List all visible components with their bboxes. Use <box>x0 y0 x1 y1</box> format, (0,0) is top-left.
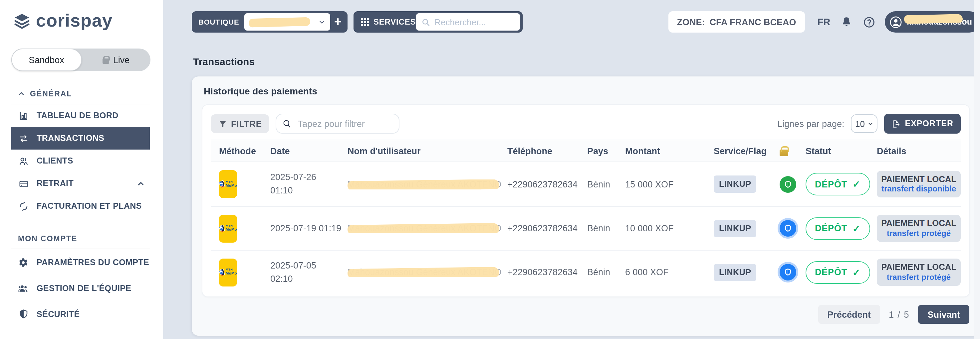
column-header-telephone[interactable]: Téléphone <box>508 146 587 156</box>
lock-icon <box>778 146 806 156</box>
details-badge[interactable]: PAIEMENT LOCALtransfert protégé <box>877 215 961 242</box>
column-header-montant[interactable]: Montant <box>625 146 714 156</box>
redacted-name-overlay <box>348 267 499 277</box>
rows-per-page-label: Lignes par page: <box>777 119 844 128</box>
status-badge[interactable]: DÉPÔT✓ <box>806 261 870 284</box>
shield-check-icon[interactable] <box>780 176 796 192</box>
app: corispay Sandbox Live GÉNÉRAL TABLEA <box>0 0 980 339</box>
search-icon <box>421 17 430 26</box>
sidebar-item-facturation-et-plans[interactable]: FACTURATION ET PLANS <box>11 195 150 217</box>
service-badge: LINKUP <box>714 176 757 193</box>
redacted-user-name <box>904 14 963 24</box>
section-label-general: GÉNÉRAL <box>30 90 72 98</box>
transactions-table-panel: FILTRE Lignes par page: 10 <box>202 105 969 296</box>
export-button[interactable]: EXPORTER <box>884 114 961 134</box>
sidebar-item-parametres-du-compte[interactable]: PARAMÈTRES DU COMPTE <box>11 249 150 275</box>
transaction-user-name: Mahouazonssou Généreux AKOTENOU <box>348 267 502 277</box>
table-toolbar: FILTRE Lignes par page: 10 <box>211 114 961 134</box>
user-menu[interactable]: Mahouazonssou <box>885 11 980 33</box>
live-toggle-option[interactable]: Live <box>81 49 151 71</box>
sidebar-item-securite[interactable]: SÉCURITÉ <box>11 301 150 327</box>
zone-value: CFA FRANC BCEAO <box>710 17 796 27</box>
column-header-date[interactable]: Date <box>270 146 348 156</box>
momo-phone-icon <box>219 178 225 190</box>
column-header-methode[interactable]: Méthode <box>219 146 270 156</box>
transaction-phone: +2290623782634 <box>508 179 587 189</box>
language-selector[interactable]: FR <box>817 17 830 27</box>
service-badge: LINKUP <box>714 220 757 237</box>
mtn-momo-logo: MTNMoMo <box>219 170 237 198</box>
funnel-icon <box>218 119 227 128</box>
chevron-up-icon[interactable] <box>137 180 150 187</box>
column-header-service-flag[interactable]: Service/Flag <box>714 146 778 156</box>
transaction-date: 2025-07-0502:10 <box>270 259 348 285</box>
table-row[interactable]: MTNMoMo 2025-07-19 01:19 Mahouazonssou G… <box>211 206 961 250</box>
notifications-button[interactable] <box>840 16 853 28</box>
sidebar-item-clients[interactable]: CLIENTS <box>11 150 150 172</box>
redacted-boutique-name <box>249 17 310 27</box>
status-badge[interactable]: DÉPÔT✓ <box>806 217 870 240</box>
brand-name: corispay <box>36 11 113 31</box>
boutique-select[interactable] <box>245 13 331 30</box>
help-button[interactable] <box>863 16 875 28</box>
sidebar-item-transactions[interactable]: TRANSACTIONS <box>11 127 150 150</box>
lock-icon <box>103 59 109 64</box>
main-content: BOUTIQUE + SERVICES ZONE: <box>163 0 980 339</box>
services-search-group: SERVICES <box>353 11 523 33</box>
environment-toggle[interactable]: Sandbox Live <box>11 49 151 71</box>
sidebar-nav-mon-compte: PARAMÈTRES DU COMPTE GESTION DE L'ÉQUIPE… <box>11 249 150 327</box>
redacted-name-overlay <box>348 223 499 233</box>
shield-check-icon[interactable] <box>780 220 796 237</box>
sidebar-nav-general: TABLEAU DE BORD TRANSACTIONS CLIENTS RET… <box>11 105 150 217</box>
swap-arrows-icon <box>18 133 29 144</box>
check-icon: ✓ <box>853 223 861 234</box>
search-icon <box>283 119 292 128</box>
table-filter-input[interactable] <box>277 119 399 128</box>
sidebar-item-gestion-de-lequipe[interactable]: GESTION DE L'ÉQUIPE <box>11 275 150 301</box>
service-badge: LINKUP <box>714 263 757 281</box>
payments-history-card: Historique des paiements FILTRE Lignes p… <box>192 76 980 336</box>
page-title: Transactions <box>193 56 980 67</box>
transaction-country: Bénin <box>587 267 625 277</box>
grid-icon <box>361 18 369 26</box>
transaction-amount: 10 000 XOF <box>625 223 714 233</box>
mtn-momo-logo: MTNMoMo <box>219 214 237 242</box>
page-indicator: 1 / 5 <box>889 309 910 319</box>
transaction-phone: +2290623782634 <box>508 223 587 233</box>
momo-phone-icon <box>219 222 225 234</box>
column-header-details[interactable]: Détails <box>877 146 961 156</box>
shield-check-icon[interactable] <box>780 264 796 280</box>
status-badge[interactable]: DÉPÔT✓ <box>806 173 870 195</box>
add-boutique-button[interactable]: + <box>330 13 345 30</box>
transaction-user-name: Mahouazonssou Généreux AKOTENOU <box>348 223 502 233</box>
next-page-button[interactable]: Suivant <box>918 305 969 324</box>
sidebar: corispay Sandbox Live GÉNÉRAL TABLEA <box>0 0 163 339</box>
rows-per-page-select[interactable]: 10 <box>851 114 877 133</box>
sidebar-item-tableau-de-bord[interactable]: TABLEAU DE BORD <box>11 105 150 127</box>
transaction-country: Bénin <box>587 179 625 189</box>
transaction-date: 2025-07-19 01:19 <box>270 222 348 234</box>
chevron-down-icon <box>318 18 326 25</box>
previous-page-button[interactable]: Précédent <box>818 305 880 324</box>
filter-button[interactable]: FILTRE <box>211 114 269 133</box>
table-row[interactable]: MTNMoMo 2025-07-2601:10 Mahouazonssou Gé… <box>211 162 961 206</box>
transaction-country: Bénin <box>587 223 625 233</box>
sidebar-section-general[interactable]: GÉNÉRAL <box>0 90 163 98</box>
mtn-momo-logo: MTNMoMo <box>219 258 237 286</box>
table-row[interactable]: MTNMoMo 2025-07-0502:10 Mahouazonssou Gé… <box>211 250 961 294</box>
services-search-input[interactable] <box>416 17 520 27</box>
check-icon: ✓ <box>853 267 861 277</box>
details-badge[interactable]: PAIEMENT LOCALtransfert protégé <box>877 258 961 286</box>
details-badge[interactable]: PAIEMENT LOCALtransfert disponible <box>877 171 961 198</box>
avatar-icon <box>889 15 903 29</box>
column-header-pays[interactable]: Pays <box>587 146 625 156</box>
file-export-icon <box>891 119 900 128</box>
sandbox-toggle-option[interactable]: Sandbox <box>11 49 81 71</box>
column-header-statut[interactable]: Statut <box>806 146 877 156</box>
scrollbar-track[interactable] <box>974 0 980 339</box>
sidebar-item-retrait[interactable]: RETRAIT <box>11 172 150 195</box>
brand-logo[interactable]: corispay <box>12 11 163 31</box>
transaction-phone: +2290623782634 <box>508 267 587 277</box>
column-header-nom-utilisateur[interactable]: Nom d'utilisateur <box>348 146 508 156</box>
live-label: Live <box>113 55 130 65</box>
